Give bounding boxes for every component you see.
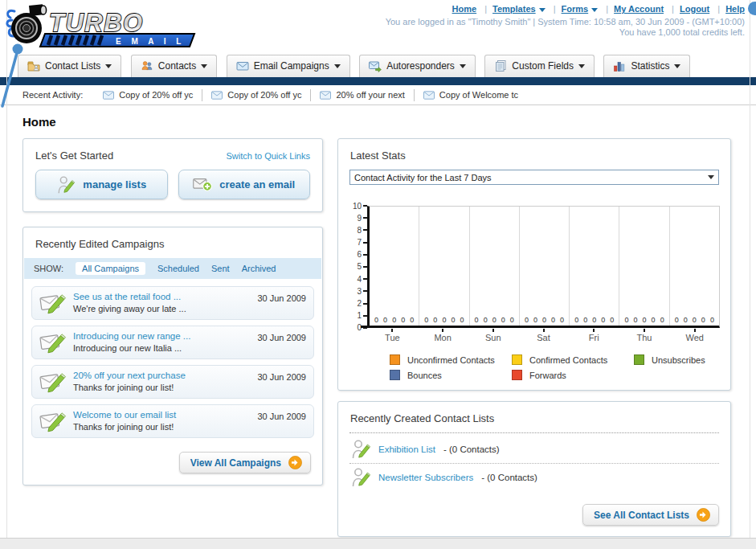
envelope-icon (211, 91, 223, 100)
campaign-subtitle: Introducing our new Italia ... (73, 342, 190, 354)
top-nav-item: My Account (600, 4, 664, 14)
contact-list-link[interactable]: Exhibition List (378, 445, 435, 454)
decorative-dot (748, 2, 756, 15)
divider (349, 432, 719, 433)
top-nav-link[interactable]: Templates (492, 4, 536, 14)
campaign-subtitle: Thanks for joining our list! (73, 382, 186, 394)
see-all-contact-lists-button[interactable]: See All Contact Lists (582, 504, 719, 526)
envelope-icon (103, 91, 114, 100)
get-started-button[interactable]: manage lists (35, 170, 168, 199)
person-pencil-icon (351, 439, 370, 460)
top-nav-link[interactable]: Logout (680, 4, 709, 14)
get-started-button[interactable]: create an email (178, 170, 311, 199)
campaign-title-link[interactable]: Introducing our new range ... (73, 330, 190, 342)
campaign-subtitle: Thanks for joining our list! (73, 421, 176, 433)
recent-activity-label: Recent Activity: (22, 90, 83, 100)
latest-stats-title: Latest Stats (350, 150, 406, 162)
campaign-title-link[interactable]: 20% off your next purchase (73, 370, 186, 382)
page-title: Home (22, 115, 756, 129)
credits-text: You have 1,000 total credits left. (386, 27, 745, 38)
top-nav-link[interactable]: Help (725, 4, 745, 14)
main-nav-tab[interactable]: Contact Lists (18, 55, 121, 77)
person-pencil-icon (351, 467, 370, 488)
envelope-pencil-icon (39, 409, 67, 433)
autoresponders-icon (369, 59, 382, 72)
get-started-panel: Let's Get Started Switch to Quick Links … (22, 138, 323, 212)
recent-activity-item[interactable]: Copy of 20% off yc (94, 89, 202, 101)
contact-list-link[interactable]: Newsletter Subscribers (378, 473, 473, 482)
campaign-filter-tab[interactable]: Sent (211, 264, 230, 273)
top-nav-link[interactable]: My Account (614, 4, 664, 14)
tab-label: Email Campaigns (254, 60, 329, 72)
arrow-circle-icon (288, 456, 302, 469)
statistics-icon (613, 59, 626, 72)
contact-list-item: Newsletter Subscribers - (0 Contacts) (349, 463, 719, 491)
tab-label: Custom Fields (512, 60, 574, 72)
contact-lists-panel: Recently Created Contact Lists Exhibitio… (337, 401, 731, 537)
chart-plot: 00000000000000000000000000000000000 (367, 206, 720, 328)
session-info: You are logged in as "Timothy Smith" | S… (386, 17, 745, 38)
main-nav-tab[interactable]: Custom Fields (484, 55, 595, 77)
campaign-list-item: Introducing our new range ... Introducin… (31, 326, 314, 359)
envelope-plus-icon (193, 175, 212, 195)
latest-stats-panel: Latest Stats Contact Activity for the La… (337, 138, 731, 391)
chart-x-labels: TueMonSunSatFriThuWed (367, 329, 720, 342)
turbo-logo-graphic: E M A I L TURBO (5, 2, 204, 48)
top-nav-link[interactable]: Home (452, 4, 477, 14)
footer-strip (0, 538, 756, 549)
main-nav: Contact Lists Contacts Email Campaigns A… (0, 50, 756, 77)
campaign-filter-tab[interactable]: Archived (242, 264, 276, 273)
main-nav-tab[interactable]: Statistics (603, 55, 690, 77)
recent-activity-item[interactable]: Copy of Welcome tc (415, 89, 527, 101)
main-nav-tab[interactable]: Contacts (131, 55, 217, 77)
tab-label: Autoresponders (386, 60, 455, 72)
chevron-down-icon (674, 64, 680, 68)
chevron-down-icon (708, 175, 714, 179)
arrow-circle-icon (697, 508, 710, 522)
chart-y-labels: 109876543210 (345, 206, 367, 328)
main-nav-tab[interactable]: Autoresponders (359, 55, 476, 77)
campaign-filter-bar: SHOW: All Campaigns Scheduled Sent Archi… (24, 258, 321, 279)
campaign-date: 30 Jun 2009 (257, 291, 306, 303)
brand-sub-text: E M A I L (116, 37, 185, 46)
tab-label: Contacts (158, 60, 196, 72)
tab-label: Statistics (631, 60, 669, 72)
recent-campaigns-panel: Recently Edited Campaigns SHOW: All Camp… (22, 227, 323, 485)
contact-lists-icon (27, 59, 40, 72)
brand-logo[interactable]: E M A I L TURBO (5, 2, 204, 51)
navy-divider-bar (0, 77, 756, 85)
view-all-campaigns-button[interactable]: View All Campaigns (179, 452, 311, 473)
chevron-down-icon (460, 64, 466, 68)
brand-name-text: TURBO (49, 9, 144, 37)
campaign-filter-tab[interactable]: All Campaigns (76, 262, 145, 275)
top-nav-item: Forms (548, 4, 598, 14)
recent-activity-item[interactable]: 20% off your next (311, 89, 414, 101)
email-campaigns-icon (236, 59, 249, 72)
envelope-icon (320, 91, 331, 100)
top-nav-item: Logout (666, 4, 709, 14)
campaigns-title: Recently Edited Campaigns (35, 238, 164, 250)
top-nav-item: Help (712, 4, 745, 14)
top-nav-link[interactable]: Forms (562, 4, 589, 14)
page: E M A I L TURBO Home Templates Forms My … (0, 0, 756, 549)
chevron-down-icon (105, 64, 112, 68)
envelope-pencil-icon (39, 291, 67, 315)
main-nav-tab[interactable]: Email Campaigns (227, 55, 350, 77)
top-nav-links: Home Templates Forms My Account Logout H… (452, 4, 745, 14)
chevron-down-icon (578, 64, 585, 68)
envelope-pencil-icon (39, 330, 67, 354)
stats-period-select[interactable]: Contact Activity for the Last 7 Days (349, 170, 719, 185)
login-status-text: You are logged in as "Timothy Smith" | S… (386, 17, 745, 27)
recent-activity-item[interactable]: Copy of 20% off yc (202, 89, 311, 101)
envelope-icon (423, 91, 435, 100)
chevron-down-icon (539, 8, 546, 12)
campaign-title-link[interactable]: Welcome to our email list (73, 409, 176, 421)
switch-quick-links[interactable]: Switch to Quick Links (226, 151, 310, 161)
contact-list-item: Exhibition List - (0 Contacts) (349, 435, 719, 463)
top-nav-item: Templates (479, 4, 545, 14)
turbo-charger-icon (11, 4, 47, 43)
campaign-subtitle: We're giving away our late ... (73, 303, 186, 315)
campaign-filter-tab[interactable]: Scheduled (157, 264, 199, 273)
campaign-title-link[interactable]: See us at the retail food ... (73, 291, 186, 303)
campaign-list-item: 20% off your next purchase Thanks for jo… (31, 365, 314, 399)
